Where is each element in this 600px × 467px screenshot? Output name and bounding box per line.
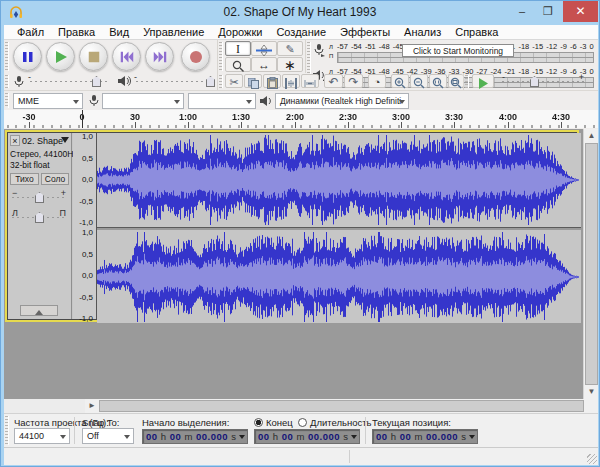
paste-icon bbox=[267, 77, 278, 89]
playback-device-select[interactable]: Динамики (Realtek High Definiti bbox=[275, 93, 409, 109]
recording-channels-select[interactable] bbox=[188, 93, 256, 109]
selection-end-field[interactable]: 00 h 00 m 00.000 s bbox=[254, 429, 360, 444]
device-toolbar: MME Динамики (Realtek High Definiti bbox=[4, 90, 598, 110]
playback-volume-slider[interactable]: - bbox=[136, 75, 216, 87]
playback-speed-thumb[interactable] bbox=[530, 76, 539, 87]
meter-channel-left-label: Л bbox=[329, 43, 333, 52]
recording-device-select[interactable] bbox=[102, 93, 184, 109]
toolbar-gripper[interactable] bbox=[5, 42, 9, 71]
vruler-label: 1,0 bbox=[73, 133, 96, 141]
audacity-window: 02. Shape Of My Heart 1993 – ❒ ✕ ФайлПра… bbox=[0, 0, 600, 467]
menu-item-вид[interactable]: Вид bbox=[102, 25, 136, 38]
fit-selection-button[interactable] bbox=[429, 74, 447, 88]
radio-length[interactable]: Длительность bbox=[298, 417, 372, 428]
fit-selection-icon bbox=[432, 77, 444, 89]
fit-project-icon bbox=[450, 77, 462, 89]
menu-item-управление[interactable]: Управление bbox=[136, 25, 211, 38]
fit-project-button[interactable] bbox=[448, 74, 463, 88]
paste-button[interactable] bbox=[263, 74, 281, 88]
redo-button[interactable]: ↷ bbox=[344, 74, 363, 88]
toolbar-gripper[interactable] bbox=[465, 75, 469, 88]
meter-tooltip: Click to Start Monitoring bbox=[402, 44, 514, 57]
play-button[interactable] bbox=[46, 42, 75, 71]
resize-grip[interactable] bbox=[587, 454, 597, 464]
playback-volume-thumb[interactable] bbox=[206, 76, 215, 87]
toolbar-gripper[interactable] bbox=[5, 416, 9, 445]
solo-button[interactable]: Соло bbox=[41, 173, 69, 185]
toolbar-gripper[interactable] bbox=[5, 75, 9, 88]
menu-item-правка[interactable]: Правка bbox=[51, 25, 102, 38]
scroll-right-arrow[interactable]: ► bbox=[85, 399, 99, 413]
title-bar[interactable]: 02. Shape Of My Heart 1993 – ❒ ✕ bbox=[1, 1, 599, 25]
current-position-field[interactable]: 00 h 00 m 00.000 s bbox=[372, 429, 478, 444]
envelope-tool-button[interactable] bbox=[251, 41, 277, 56]
silence-icon bbox=[304, 78, 316, 89]
play-at-speed-button[interactable] bbox=[472, 74, 494, 88]
cut-button[interactable]: ✂ bbox=[225, 74, 243, 88]
track-name[interactable]: 02. Shape bbox=[22, 136, 63, 146]
collapse-track-button[interactable] bbox=[20, 305, 58, 316]
close-button[interactable]: ✕ bbox=[563, 1, 598, 22]
zoom-tool-button[interactable] bbox=[225, 57, 251, 72]
timeshift-tool-button[interactable]: ↔ bbox=[251, 57, 277, 72]
record-button[interactable] bbox=[181, 42, 210, 71]
track-close-button[interactable]: × bbox=[10, 135, 20, 146]
selection-start-field[interactable]: 00 h 00 m 00.000 s bbox=[142, 429, 248, 444]
menu-item-эффекты[interactable]: Эффекты bbox=[333, 25, 397, 38]
meter-scale-tick: -12 bbox=[546, 42, 557, 51]
microphone-icon bbox=[313, 44, 326, 57]
audio-host-select[interactable]: MME bbox=[13, 93, 83, 109]
meter-scale-tick: -6 bbox=[570, 42, 577, 51]
toolbar-gripper[interactable] bbox=[5, 93, 9, 108]
silence-audio-button[interactable] bbox=[301, 74, 319, 88]
maximize-button[interactable]: ❒ bbox=[535, 1, 561, 22]
horizontal-scrollbar[interactable]: ◄ ► bbox=[85, 399, 598, 413]
scroll-up-arrow[interactable]: ▲ bbox=[584, 129, 598, 143]
menu-item-файл[interactable]: Файл bbox=[10, 25, 51, 38]
toolbar-gripper[interactable] bbox=[219, 75, 223, 88]
menu-item-анализ[interactable]: Анализ bbox=[397, 25, 448, 38]
mute-button[interactable]: Тихо bbox=[10, 173, 39, 185]
timeline-ruler[interactable] bbox=[4, 110, 598, 128]
undo-button[interactable]: ↶ bbox=[324, 74, 343, 88]
skip-to-start-button[interactable] bbox=[112, 42, 141, 71]
zoom-in-button[interactable] bbox=[391, 74, 409, 88]
draw-tool-button[interactable]: ✎ bbox=[277, 41, 303, 56]
menu-item-справка[interactable]: Справка bbox=[448, 25, 505, 38]
track-bitdepth-info: 32-bit float bbox=[10, 160, 50, 170]
playback-speed-slider[interactable]: - + bbox=[502, 75, 584, 87]
sync-lock-button[interactable]: ◔ bbox=[368, 74, 386, 88]
menu-item-дорожки[interactable]: Дорожки bbox=[211, 25, 269, 38]
vertical-scrollbar[interactable]: ▲ ▼ bbox=[583, 129, 598, 399]
menu-item-создание[interactable]: Создание bbox=[269, 25, 333, 38]
vertical-ruler[interactable]: 1,00,50,0-0,5-1,0 1,00,50,0-0,5-1,0 bbox=[73, 133, 97, 319]
scroll-down-arrow[interactable]: ▼ bbox=[584, 385, 598, 399]
gain-thumb[interactable] bbox=[35, 192, 44, 203]
recording-volume-slider[interactable]: - bbox=[30, 75, 110, 87]
copy-button[interactable] bbox=[244, 74, 262, 88]
radio-end[interactable]: Конец bbox=[254, 417, 293, 428]
vertical-scroll-thumb[interactable] bbox=[585, 143, 598, 385]
pan-slider[interactable]: Л П bbox=[12, 211, 66, 223]
selection-tool-button[interactable]: I bbox=[225, 41, 251, 56]
waveform-display[interactable] bbox=[97, 133, 576, 319]
multi-tool-button[interactable]: ∗ bbox=[277, 57, 303, 72]
gain-slider[interactable]: − + bbox=[12, 191, 66, 203]
snap-to-label: Snap To: bbox=[82, 417, 119, 428]
horizontal-scroll-thumb[interactable] bbox=[99, 400, 584, 412]
toolbar-gripper[interactable] bbox=[219, 42, 223, 71]
track-menu-dropdown-icon[interactable] bbox=[61, 137, 69, 147]
recording-volume-thumb[interactable] bbox=[92, 76, 101, 87]
minimize-button[interactable]: – bbox=[509, 1, 535, 22]
pan-thumb[interactable] bbox=[35, 212, 44, 223]
snap-to-select[interactable]: Off bbox=[82, 428, 134, 444]
audio-track[interactable]: × 02. Shape Стерео, 44100Hz 32-bit float… bbox=[5, 130, 579, 322]
skip-start-icon bbox=[120, 51, 133, 62]
skip-to-end-button[interactable] bbox=[145, 42, 174, 71]
stop-button[interactable] bbox=[79, 42, 108, 71]
project-rate-select[interactable]: 44100 bbox=[14, 428, 70, 444]
trim-audio-button[interactable] bbox=[282, 74, 300, 88]
zoom-out-button[interactable] bbox=[410, 74, 428, 88]
vruler-label: 0,5 bbox=[73, 251, 96, 259]
pause-button[interactable] bbox=[13, 42, 42, 71]
